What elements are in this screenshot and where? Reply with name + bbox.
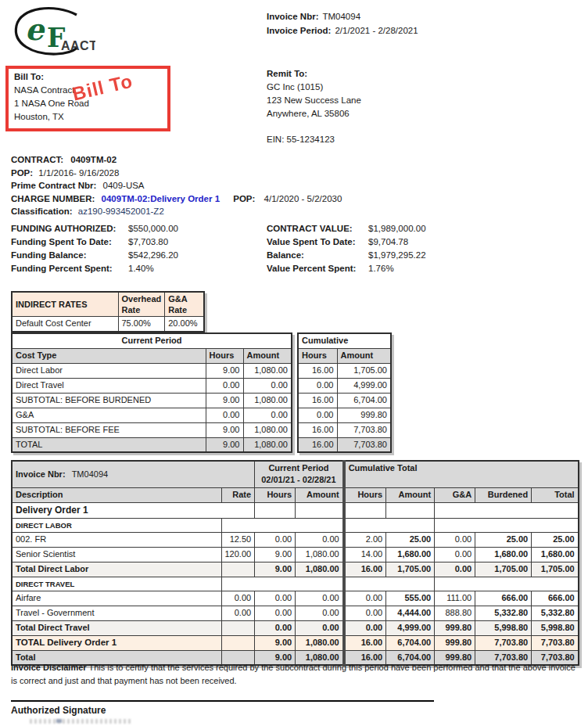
description-cell: 002. FR xyxy=(12,532,221,547)
contract-value: 0409TM-02 xyxy=(70,155,117,164)
funding-value: $1,989,000.00 xyxy=(368,222,426,235)
invoice-header-info: Invoice Nbr:TM04094 Invoice Period:2/1/2… xyxy=(267,9,418,38)
description-cell: Senior Scientist xyxy=(12,547,221,562)
value-cell: 25.00 xyxy=(475,532,532,547)
hours-cell: 9.00 xyxy=(206,437,243,452)
funding-value: 1.40% xyxy=(128,262,154,275)
value-cell: 999.80 xyxy=(435,635,475,650)
value-cell: 5,332.80 xyxy=(532,606,579,620)
description-cell: DIRECT TRAVEL xyxy=(12,577,221,591)
invoice-nbr-label: Invoice Nbr: xyxy=(267,12,318,21)
charge-number-link[interactable]: 0409TM-02:Delivery Order 1 xyxy=(102,194,220,203)
efaact-logo: e F AACT xyxy=(8,5,95,58)
classification-label: Classification: xyxy=(11,207,73,216)
funding-label: Funding Percent Spent: xyxy=(11,262,128,275)
value-cell: 1,680.00 xyxy=(475,547,532,562)
value-cell: 1,680.00 xyxy=(532,547,579,562)
value-cell: 0.00 xyxy=(344,591,386,606)
table-row: 16.006,704.00 xyxy=(298,393,391,408)
funding-value: $9,704.78 xyxy=(368,235,408,249)
table-row: DIRECT TRAVEL xyxy=(12,577,579,591)
artifact-blip xyxy=(56,719,62,723)
value-cell: 4,444.00 xyxy=(386,606,435,620)
description-cell: Total Direct Labor xyxy=(12,562,221,577)
table-row: 0.004,999.00 xyxy=(298,378,391,393)
value-cell: 5,998.80 xyxy=(475,620,532,635)
value-cell: 4,999.00 xyxy=(386,620,435,635)
value-cell: 1,080.00 xyxy=(296,547,344,562)
pop-label: POP: xyxy=(11,168,33,178)
value-cell xyxy=(255,502,296,518)
funding-left-column: FUNDING AUTHORIZED:$550,000.00 Funding S… xyxy=(11,222,267,275)
cost-type-cell: TOTAL xyxy=(12,437,206,452)
value-cell: 5,998.80 xyxy=(532,620,579,635)
cum-amount-cell: 6,704.00 xyxy=(337,393,391,408)
table-row: 16.001,705.00 xyxy=(298,363,391,378)
value-cell: 0.00 xyxy=(296,606,344,620)
value-cell xyxy=(344,577,435,591)
value-cell: 0.00 xyxy=(435,547,475,562)
funding-label: Funding Balance: xyxy=(11,249,128,262)
current-period-table: Current Period Cost Type Hours Amount Di… xyxy=(11,332,292,453)
table-row: Delivery Order 1 xyxy=(12,502,579,518)
cum-amount-cell: 1,705.00 xyxy=(337,363,391,378)
remit-to-line: GC Inc (1015) xyxy=(267,81,361,94)
value-cell xyxy=(221,518,344,532)
value-cell: 5,332.80 xyxy=(475,606,532,620)
pop-line: POP: 1/1/2016- 9/16/2028 xyxy=(11,167,342,180)
value-cell: 999.80 xyxy=(435,620,475,635)
funding-label: FUNDING AUTHORIZED: xyxy=(11,222,128,235)
cum-amount-header: Amount xyxy=(386,487,435,502)
prime-contract-value: 0409-USA xyxy=(102,181,144,190)
description-cell: Delivery Order 1 xyxy=(12,502,255,518)
funding-right-column: CONTRACT VALUE:$1,989,000.00 Value Spent… xyxy=(267,222,577,275)
value-cell: 1,705.00 xyxy=(386,562,435,577)
table-row: Cost Type Hours Amount xyxy=(12,348,292,363)
value-cell: 0.00 xyxy=(255,606,296,620)
remit-to-label: Remit To: xyxy=(267,67,361,81)
current-period-header-cell: Current Period 02/01/21 - 02/28/21 xyxy=(255,461,344,487)
cutoff-text-artifact xyxy=(30,719,131,724)
value-cell xyxy=(435,518,579,532)
cost-summary-section: Current Period Cost Type Hours Amount Di… xyxy=(11,332,392,453)
table-row: Direct Travel0.000.00 xyxy=(12,378,292,393)
invoice-disclaimer: Invoice Disclaimer This is to certify th… xyxy=(11,661,580,688)
value-cell xyxy=(386,502,435,518)
classification-value: az190-993452001-Z2 xyxy=(78,207,164,216)
remit-to-line: Anywhere, AL 35806 xyxy=(267,107,361,120)
value-cell: 0.00 xyxy=(435,562,475,577)
cum-amount-cell: 4,999.00 xyxy=(337,378,391,393)
value-cell: 9.00 xyxy=(255,547,296,562)
description-cell: Total Direct Travel xyxy=(12,620,221,635)
cumulative-total-header-cell: Cumulative Total xyxy=(344,461,579,487)
table-row: Airfare0.000.000.000.00555.00111.00666.0… xyxy=(12,591,579,606)
hours-cell: 9.00 xyxy=(206,422,243,437)
table-row: Total Direct Labor9.001,080.0016.001,705… xyxy=(12,562,579,577)
invoice-period-value: 2/1/2021 - 2/28/2021 xyxy=(335,26,418,35)
table-row: TOTAL9.001,080.00 xyxy=(12,437,292,452)
signature-line xyxy=(11,700,434,702)
invoice-detail-section: Invoice Nbr: TM04094 Current Period 02/0… xyxy=(11,460,579,666)
description-header: Description xyxy=(12,487,221,502)
value-cell: 1,705.00 xyxy=(475,562,532,577)
value-cell: 9.00 xyxy=(255,635,296,650)
table-row: G&A0.000.00 xyxy=(12,408,292,422)
cum-hours-cell: 16.00 xyxy=(298,437,337,452)
funding-value: $7,703.80 xyxy=(128,235,168,249)
value-cell xyxy=(435,577,579,591)
hours-cell: 0.00 xyxy=(206,408,243,422)
cost-type-header: Cost Type xyxy=(12,348,206,363)
value-cell xyxy=(221,620,255,635)
amount-cell: 0.00 xyxy=(243,408,292,422)
funding-label: CONTRACT VALUE: xyxy=(267,222,368,235)
amount-cell: 0.00 xyxy=(243,378,292,393)
prime-contract-line: Prime Contract Nbr: 0409-USA xyxy=(11,179,342,192)
charge-pop-label: POP: xyxy=(233,194,255,203)
value-cell: 666.00 xyxy=(532,591,579,606)
hours-header: Hours xyxy=(255,487,296,502)
charge-number-label: CHARGE NUMBER: xyxy=(11,194,95,203)
value-cell: 16.00 xyxy=(344,635,386,650)
table-row: SUBTOTAL: BEFORE FEE9.001,080.00 xyxy=(12,422,292,437)
invoice-nbr-label: Invoice Nbr: xyxy=(16,469,66,479)
pop-value: 1/1/2016- 9/16/2028 xyxy=(38,168,119,178)
